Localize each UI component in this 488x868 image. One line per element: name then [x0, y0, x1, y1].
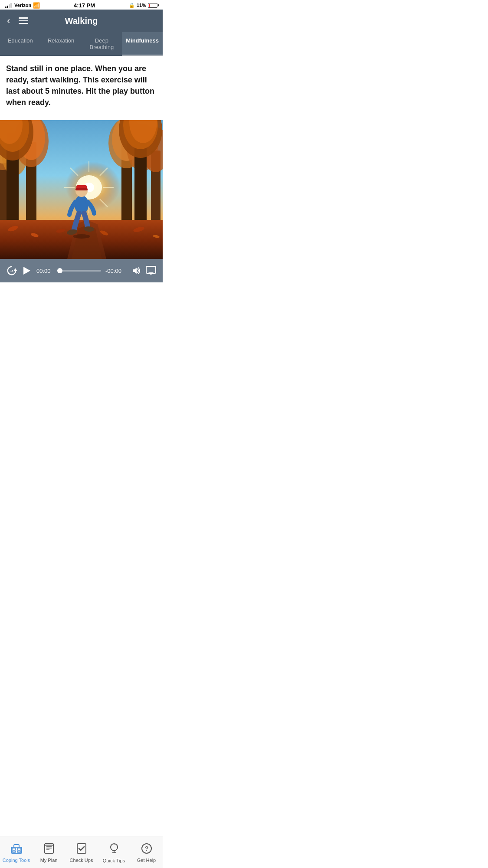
svg-rect-46: [75, 188, 88, 190]
time-current: 00:00: [36, 268, 53, 274]
progress-indicator: [57, 268, 62, 273]
status-left: Verizon 📶: [5, 2, 40, 9]
svg-marker-50: [14, 269, 17, 271]
nav-header: ‹ Walking: [0, 10, 163, 32]
progress-bar[interactable]: [57, 270, 101, 272]
svg-point-49: [73, 234, 90, 239]
airplay-button[interactable]: [145, 265, 157, 276]
status-bar: Verizon 📶 4:17 PM 🔒 11%: [0, 0, 163, 10]
svg-point-43: [75, 195, 88, 214]
battery-fill: [149, 4, 150, 7]
audio-player: 15 00:00 -00:00: [0, 259, 163, 282]
time-remaining: -00:00: [105, 268, 126, 274]
tab-bar: Education Relaxation Deep Breathing Mind…: [0, 32, 163, 56]
page-title: Walking: [65, 16, 98, 26]
replay-icon: 15: [6, 265, 17, 277]
volume-button[interactable]: [131, 265, 141, 276]
battery-percent: 11%: [137, 3, 146, 8]
back-button[interactable]: ‹: [7, 13, 13, 28]
svg-rect-53: [146, 266, 156, 273]
play-button[interactable]: [22, 265, 32, 276]
status-time: 4:17 PM: [74, 2, 95, 9]
tab-education[interactable]: Education: [0, 32, 41, 56]
carrier-label: Verizon: [14, 3, 31, 8]
signal-bars: [5, 3, 12, 8]
play-icon: [23, 267, 30, 275]
status-right: 🔒 11%: [129, 3, 157, 8]
content-spacer: [0, 282, 163, 360]
menu-button[interactable]: [19, 17, 28, 24]
content-area: Stand still in one place. When you are r…: [0, 56, 163, 120]
battery-container: [148, 3, 157, 8]
forest-scene: [0, 120, 163, 259]
battery-icon: [148, 3, 157, 8]
svg-marker-52: [133, 268, 137, 274]
description-text: Stand still in one place. When you are r…: [6, 63, 157, 108]
forest-image: [0, 120, 163, 259]
wifi-icon: 📶: [33, 2, 40, 9]
volume-icon: [131, 265, 141, 276]
lock-icon: 🔒: [129, 3, 135, 8]
airplay-icon: [145, 265, 157, 276]
tab-relaxation[interactable]: Relaxation: [41, 32, 82, 56]
svg-text:15: 15: [10, 269, 13, 272]
tab-deep-breathing[interactable]: Deep Breathing: [82, 32, 122, 56]
tab-mindfulness[interactable]: Mindfulness: [122, 32, 163, 56]
replay-button[interactable]: 15: [6, 265, 17, 276]
